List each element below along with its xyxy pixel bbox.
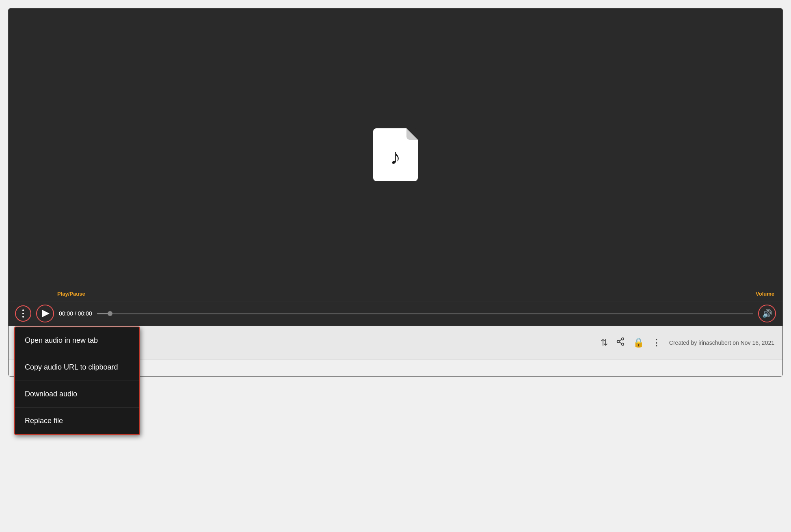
menu-button[interactable] xyxy=(15,305,31,322)
music-note-icon: ♪ xyxy=(390,145,401,169)
media-player: ♪ Play/Pause xyxy=(8,8,783,377)
volume-tooltip: Volume xyxy=(756,291,774,297)
progress-handle xyxy=(108,311,112,316)
svg-line-3 xyxy=(619,342,622,344)
share-icon[interactable] xyxy=(616,337,625,348)
three-dots-icon xyxy=(22,309,24,318)
play-pause-tooltip: Play/Pause xyxy=(57,291,85,297)
play-icon xyxy=(42,310,50,317)
controls-bar: Play/Pause 00:00 / 00:00 Volume 🔊 xyxy=(9,301,782,326)
context-menu-item-copy-url[interactable]: Copy audio URL to clipboard xyxy=(15,354,139,381)
info-right: ⇅ 🔒 ⋮ Created by irinaschubert on Nov 16… xyxy=(601,337,774,348)
time-display: 00:00 / 00:00 xyxy=(59,310,92,317)
volume-btn-wrapper: Volume 🔊 xyxy=(758,305,776,322)
lock-icon[interactable]: 🔒 xyxy=(633,337,644,348)
progress-bar[interactable] xyxy=(97,313,753,314)
expand-icon[interactable]: ⇅ xyxy=(601,337,608,348)
play-btn-wrapper: Play/Pause xyxy=(36,305,54,322)
context-menu-item-download[interactable]: Download audio xyxy=(15,381,139,408)
svg-line-4 xyxy=(619,340,622,341)
video-display-area: ♪ xyxy=(9,9,782,301)
play-pause-button[interactable] xyxy=(36,305,54,322)
menu-btn-wrapper xyxy=(15,305,31,322)
audio-file-icon: ♪ xyxy=(373,128,418,181)
volume-button[interactable]: 🔊 xyxy=(758,305,776,322)
context-menu-item-replace[interactable]: Replace file xyxy=(15,408,139,434)
context-menu-item-open-new-tab[interactable]: Open audio in new tab xyxy=(15,327,139,354)
volume-icon: 🔊 xyxy=(762,309,772,318)
more-options-icon[interactable]: ⋮ xyxy=(652,337,661,348)
context-menu: Open audio in new tab Copy audio URL to … xyxy=(14,327,140,435)
created-date: Created by irinaschubert on Nov 16, 2021 xyxy=(669,340,774,346)
